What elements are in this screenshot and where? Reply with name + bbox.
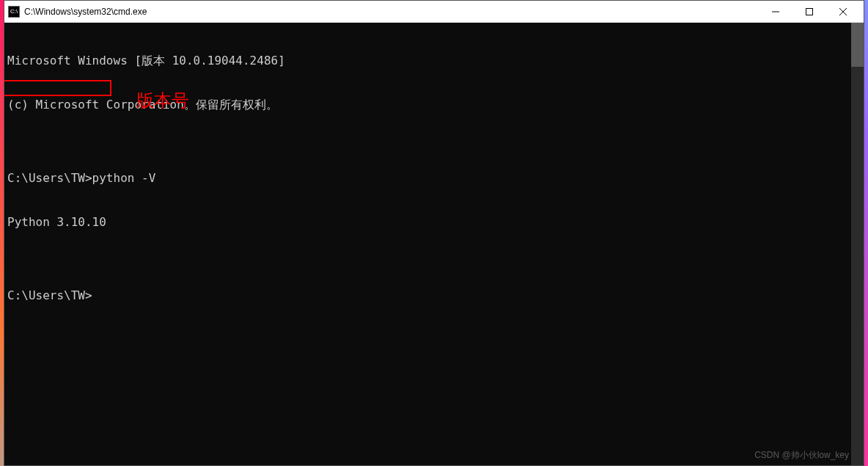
prompt-path: C:\Users\TW>	[7, 171, 92, 185]
prompt-command: python -V	[92, 171, 156, 185]
maximize-icon	[806, 6, 813, 18]
terminal-output-1: Python 3.10.10	[7, 215, 861, 230]
scrollbar-thumb[interactable]	[851, 23, 864, 67]
cursor	[92, 291, 98, 302]
minimize-button[interactable]	[759, 1, 792, 23]
vertical-scrollbar[interactable]	[851, 23, 864, 465]
minimize-icon	[772, 6, 779, 18]
cmd-icon-text: C:\	[10, 8, 18, 15]
cmd-icon: C:\	[8, 6, 20, 18]
title-bar[interactable]: C:\ C:\Windows\system32\cmd.exe	[4, 1, 864, 23]
window-controls	[759, 1, 860, 23]
cmd-window: C:\ C:\Windows\system32\cmd.exe Microso	[4, 0, 864, 466]
maximize-button[interactable]	[792, 1, 826, 23]
close-button[interactable]	[826, 1, 860, 23]
annotation-highlight-box	[4, 80, 111, 96]
prompt-path-2: C:\Users\TW>	[7, 288, 92, 302]
terminal-body[interactable]: Microsoft Windows [版本 10.0.19044.2486] (…	[4, 23, 864, 465]
terminal-prompt-2: C:\Users\TW>	[7, 288, 861, 303]
terminal-header-line1: Microsoft Windows [版本 10.0.19044.2486]	[7, 54, 861, 68]
svg-rect-1	[806, 8, 813, 15]
window-title: C:\Windows\system32\cmd.exe	[24, 7, 759, 17]
terminal-header-line2: (c) Microsoft Corporation。保留所有权利。	[7, 98, 861, 112]
close-icon	[839, 6, 847, 18]
terminal-prompt-1: C:\Users\TW>python -V	[7, 171, 861, 186]
